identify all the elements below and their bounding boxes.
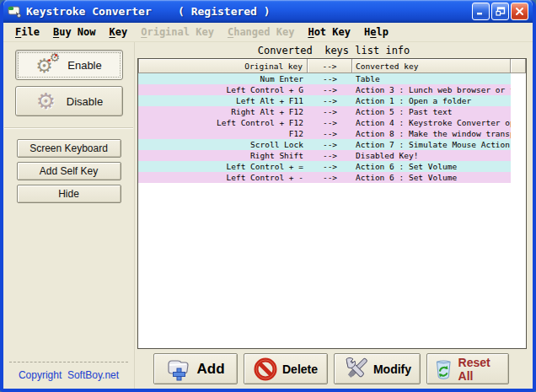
add-icon [166, 357, 191, 381]
table-row[interactable]: Right Alt + F12-->Action 5 : Past text [138, 106, 511, 117]
column-header-stub [511, 59, 526, 73]
title-bar[interactable]: Keystroke Converter ( Registered ) [3, 0, 533, 23]
cell: Left Alt + F11 [138, 95, 308, 106]
cell: --> [308, 84, 352, 95]
disable-button[interactable]: ⚙ Disable [15, 86, 123, 116]
reset-all-label: Reset All [458, 356, 501, 383]
cell: Action 7 : Simulate Mouse Action [352, 139, 511, 150]
cell: --> [308, 172, 352, 183]
menu-item-key[interactable]: Key [103, 24, 135, 40]
add-self-key-button[interactable]: Add Self Key [17, 162, 121, 180]
menu-item-help[interactable]: Help [357, 24, 395, 40]
cell: --> [308, 117, 352, 128]
table-row[interactable]: Num Enter-->Table [138, 73, 511, 84]
reset-all-button[interactable]: Reset All [426, 353, 509, 384]
menu-item-original-key: Original Key [134, 24, 221, 40]
cell: Left Control + F12 [138, 117, 308, 128]
app-window: Keystroke Converter ( Registered ) [0, 0, 536, 392]
minimize-button[interactable] [472, 3, 490, 20]
enable-label: Enable [67, 59, 101, 72]
copyright-separator [9, 362, 128, 362]
close-icon [515, 7, 524, 16]
cell: --> [308, 95, 352, 106]
cell: F12 [138, 128, 308, 139]
cell: --> [308, 106, 352, 117]
cell: --> [308, 139, 352, 150]
cell: Action 5 : Past text [352, 106, 511, 117]
modify-button[interactable]: Modify [334, 353, 421, 384]
cell: Num Enter [138, 73, 308, 84]
action-bar: Add Delete [135, 349, 533, 389]
sidebar-separator [4, 127, 133, 129]
cell: Action 1 : Open a folder [352, 95, 511, 106]
window-title: Keystroke Converter ( Registered ) [26, 5, 472, 18]
table-row[interactable]: Left Control + =-->Action 6 : Set Volume [138, 161, 511, 172]
cell: Action 8 : Make the window transpa... [352, 128, 511, 139]
minimize-icon [476, 7, 485, 16]
cell: Scroll Lock [138, 139, 308, 150]
column-header-original-key[interactable]: Original key [138, 59, 308, 73]
gears-icon: ⚙ ⚙ [35, 52, 61, 78]
cell: Action 6 : Set Volume [352, 172, 511, 183]
cell: Left Control + = [138, 161, 308, 172]
reset-all-icon [434, 357, 453, 381]
modify-icon [343, 357, 368, 382]
delete-icon [254, 357, 277, 381]
menu-item-file[interactable]: File [8, 24, 46, 40]
cell: Left Control + - [138, 172, 308, 183]
list-title: Converted keys list info [135, 42, 533, 58]
enable-button[interactable]: ⚙ ⚙ Enable [15, 50, 123, 80]
gear-icon: ⚙ [35, 89, 60, 114]
client-area: ⚙ ⚙ Enable ⚙ Disable Screen Keyboard Add… [3, 42, 533, 389]
menu-bar: FileBuy NowKeyOriginal KeyChanged KeyHot… [3, 23, 533, 42]
maximize-icon [496, 7, 506, 16]
table-row[interactable]: F12-->Action 8 : Make the window transpa… [138, 128, 511, 139]
table-row[interactable]: Right Shift-->Disabled Key! [138, 150, 511, 161]
list-header: Original key --> Converted key [138, 59, 526, 73]
cell: --> [308, 73, 352, 84]
table-row[interactable]: Left Control + G-->Action 3 : Lunch web … [138, 84, 511, 95]
cell: Right Shift [138, 150, 308, 161]
maximize-button[interactable] [491, 3, 509, 20]
cell: Action 4 : Keystroke Converter ope... [352, 117, 511, 128]
menu-item-buy-now[interactable]: Buy Now [46, 24, 103, 40]
sidebar: ⚙ ⚙ Enable ⚙ Disable Screen Keyboard Add… [3, 42, 135, 389]
close-button[interactable] [511, 3, 528, 20]
cell: Right Alt + F12 [138, 106, 308, 117]
cell: Table [352, 73, 511, 84]
table-row[interactable]: Left Alt + F11-->Action 1 : Open a folde… [138, 95, 511, 106]
app-icon [8, 5, 23, 19]
screen-keyboard-button[interactable]: Screen Keyboard [17, 139, 121, 158]
menu-item-changed-key: Changed Key [221, 24, 301, 40]
main-panel: Converted keys list info Original key --… [135, 42, 533, 389]
copyright-text: Copyright SoftBoy.net [3, 369, 134, 381]
cell: --> [308, 161, 352, 172]
add-button[interactable]: Add [153, 353, 238, 384]
menu-item-hot-key[interactable]: Hot Key [301, 24, 357, 40]
cell: --> [308, 128, 352, 139]
key-list-rows: Num Enter-->TableLeft Control + G-->Acti… [138, 73, 526, 183]
table-row[interactable]: Left Control + F12-->Action 4 : Keystrok… [138, 117, 511, 128]
table-row[interactable]: Scroll Lock-->Action 7 : Simulate Mouse … [138, 139, 511, 150]
delete-label: Delete [282, 362, 318, 376]
cell: --> [308, 150, 352, 161]
table-row[interactable]: Left Control + --->Action 6 : Set Volume [138, 172, 511, 183]
column-header-converted-key[interactable]: Converted key [352, 59, 511, 73]
delete-button[interactable]: Delete [244, 353, 328, 384]
converted-keys-list[interactable]: Original key --> Converted key Num Enter… [137, 58, 527, 349]
cell: Left Control + G [138, 84, 308, 95]
cell: Disabled Key! [352, 150, 511, 161]
disable-label: Disable [67, 95, 103, 108]
column-header-arrow[interactable]: --> [308, 59, 352, 73]
add-label: Add [196, 361, 224, 378]
hide-button[interactable]: Hide [17, 185, 121, 203]
modify-label: Modify [373, 362, 411, 376]
cell: Action 6 : Set Volume [352, 161, 511, 172]
cell: Action 3 : Lunch web browser or file [352, 84, 511, 95]
